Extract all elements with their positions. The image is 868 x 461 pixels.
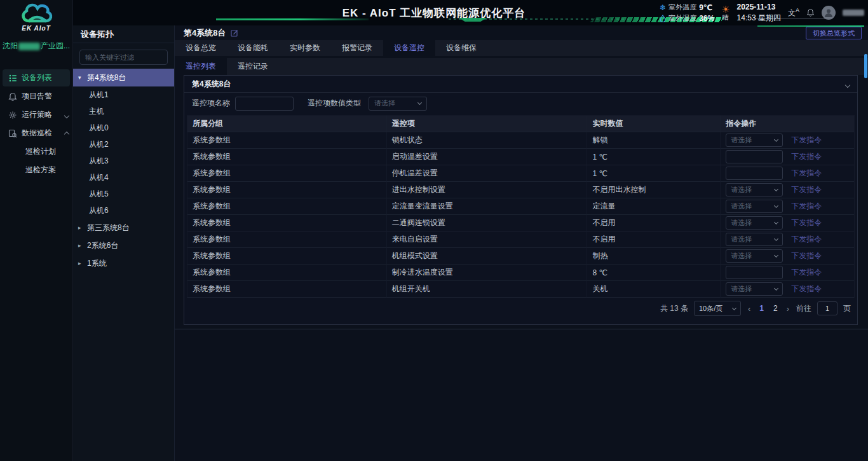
tab-实时参数[interactable]: 实时参数: [279, 40, 331, 56]
tab-报警记录[interactable]: 报警记录: [331, 40, 383, 56]
send-command-link[interactable]: 下发指令: [791, 168, 822, 179]
project-name[interactable]: 沈阳 产业园...: [0, 36, 72, 58]
command-select[interactable]: 请选择: [726, 216, 783, 230]
user-icon: [824, 8, 834, 18]
caret-icon: ▸: [78, 224, 84, 231]
command-select[interactable]: 请选择: [726, 134, 783, 147]
send-command-link[interactable]: 下发指令: [791, 267, 822, 278]
next-page-button[interactable]: ›: [785, 304, 790, 313]
sidebar-item-label: 巡检方案: [25, 165, 56, 175]
send-command-link[interactable]: 下发指令: [791, 234, 822, 245]
page-size-select[interactable]: 10条/页: [694, 301, 741, 316]
send-command-link[interactable]: 下发指令: [791, 251, 822, 261]
switch-overview-button[interactable]: 切换总览形式: [806, 27, 862, 39]
send-command-link[interactable]: 下发指令: [791, 201, 822, 212]
outdoor-humidity-label: 室外湿度: [668, 13, 696, 23]
send-command-link[interactable]: 下发指令: [791, 217, 822, 228]
command-select[interactable]: 请选择: [726, 233, 783, 246]
tree-node-从机0[interactable]: 从机0: [73, 120, 174, 136]
tab-设备总览[interactable]: 设备总览: [175, 40, 227, 56]
command-cell: 请选择下发指令: [721, 132, 854, 149]
tree-node-从机5[interactable]: 从机5: [73, 186, 174, 202]
edit-icon[interactable]: [231, 29, 238, 37]
tree-node-1系统[interactable]: ▸1系统: [73, 254, 174, 272]
sidebar-item-label: 项目告警: [22, 91, 52, 102]
topology-search-input[interactable]: [79, 50, 168, 65]
tree-node-从机6[interactable]: 从机6: [73, 202, 174, 219]
command-input[interactable]: [726, 266, 783, 279]
tab-设备遥控[interactable]: 设备遥控: [383, 40, 435, 56]
sidebar-item-label: 巡检计划: [25, 146, 56, 157]
topology-search: [79, 50, 168, 65]
table-row: 系统参数组进出水控制设置不启用出水控制请选择下发指令: [187, 182, 854, 198]
send-command-link[interactable]: 下发指令: [791, 284, 822, 294]
tab-设备能耗[interactable]: 设备能耗: [227, 40, 279, 56]
tree-node-从机3[interactable]: 从机3: [73, 153, 174, 169]
value-cell: 解锁: [587, 132, 721, 149]
tree-node-从机1[interactable]: 从机1: [73, 86, 174, 103]
avatar[interactable]: [822, 6, 836, 20]
column-header: 所属分组: [187, 116, 387, 132]
page-2[interactable]: 2: [771, 304, 780, 313]
send-command-link[interactable]: 下发指令: [791, 151, 822, 162]
caret-icon: ▸: [78, 242, 84, 249]
filter-name-input[interactable]: [235, 97, 294, 111]
tree-node-第4系统8台[interactable]: ▾第4系统8台: [73, 69, 174, 86]
sidebar-item-巡检方案[interactable]: 巡检方案: [0, 162, 72, 179]
command-select[interactable]: 请选择: [726, 183, 783, 196]
tree-node-第三系统8台[interactable]: ▸第三系统8台: [73, 219, 174, 237]
value-cell: 不启用: [587, 215, 721, 231]
goto-page-input[interactable]: [817, 301, 837, 315]
sidebar-item-设备列表[interactable]: 设备列表: [3, 69, 70, 86]
item-cell: 定流量变流量设置: [387, 198, 588, 215]
language-icon[interactable]: 文A: [788, 7, 799, 18]
sidebar-item-巡检计划[interactable]: 巡检计划: [0, 143, 72, 160]
value-cell: 制热: [587, 248, 721, 265]
sidebar-item-label: 设备列表: [22, 72, 52, 83]
tree-node-label: 从机3: [89, 156, 109, 167]
sidebar-item-项目告警[interactable]: 项目告警: [0, 88, 72, 105]
item-cell: 二通阀连锁设置: [387, 215, 588, 231]
filter-type-select[interactable]: 请选择: [369, 97, 427, 111]
sidebar-item-运行策略[interactable]: 运行策略: [0, 106, 72, 123]
value-cell: 定流量: [587, 198, 721, 215]
subtab-遥控列表[interactable]: 遥控列表: [175, 58, 227, 75]
prev-page-button[interactable]: ‹: [747, 304, 752, 313]
snow-icon: ❄: [660, 3, 666, 12]
tree-node-2系统6台[interactable]: ▸2系统6台: [73, 237, 174, 254]
tree-node-主机[interactable]: 主机: [73, 103, 174, 120]
panel-header[interactable]: 第4系统8台: [184, 76, 857, 93]
tree-node-从机4[interactable]: 从机4: [73, 169, 174, 186]
scrollbar-thumb[interactable]: [864, 54, 867, 78]
pagination-total: 共 13 条: [660, 303, 688, 314]
send-command-link[interactable]: 下发指令: [791, 184, 822, 195]
chevron-down-icon: [65, 111, 69, 120]
command-cell: 请选择下发指令: [721, 198, 854, 215]
value-cell: 不启用: [587, 231, 721, 248]
sub-tabbar: 遥控列表遥控记录: [175, 58, 868, 75]
command-select[interactable]: 请选择: [726, 282, 783, 296]
command-input[interactable]: [726, 167, 783, 180]
item-cell: 机组开关机: [387, 281, 588, 298]
command-cell: 请选择下发指令: [721, 182, 854, 198]
panel-collapse-icon[interactable]: [846, 78, 850, 90]
command-input[interactable]: [726, 150, 783, 163]
command-select[interactable]: 请选择: [726, 249, 783, 263]
tree-node-label: 从机5: [89, 189, 109, 200]
command-select[interactable]: 请选择: [726, 200, 783, 213]
command-cell: 请选择下发指令: [721, 231, 854, 248]
chevron-down-icon: [774, 220, 778, 224]
tree-node-从机2[interactable]: 从机2: [73, 136, 174, 153]
page-1[interactable]: 1: [757, 304, 766, 313]
value-cell: 8 ℃: [587, 265, 721, 281]
tree-node-label: 第三系统8台: [87, 223, 130, 233]
subtab-遥控记录[interactable]: 遥控记录: [227, 58, 279, 75]
tab-设备维保[interactable]: 设备维保: [435, 40, 487, 56]
condition-text: 晴: [722, 15, 729, 21]
send-command-link[interactable]: 下发指令: [791, 135, 822, 146]
goto-label: 前往: [796, 303, 811, 314]
sidebar-item-数据巡检[interactable]: 数据巡检: [0, 125, 72, 142]
value-cell: 1 ℃: [587, 149, 721, 165]
filter-name-label: 遥控项名称: [192, 98, 230, 109]
bell-icon[interactable]: [806, 8, 815, 17]
